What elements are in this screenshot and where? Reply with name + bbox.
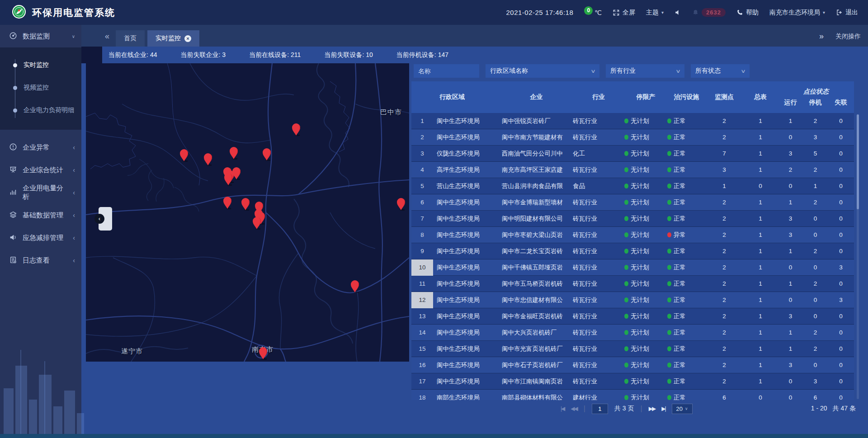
page-size-select[interactable]: 20 ∨ <box>672 404 693 414</box>
table-row[interactable]: 9阆中生态环境局阆中市二龙长宝页岩砖砖瓦行业无计划正常21120 <box>411 243 854 259</box>
cell-industry: 砖瓦行业 <box>571 377 624 386</box>
stat-online-devices: 当前在线设备:211 <box>249 51 301 59</box>
sidebar-item-logs[interactable]: 日志查看 ‹ <box>0 249 81 272</box>
cell-monitor-count: 2 <box>706 362 743 368</box>
cell-industry: 砖瓦行业 <box>571 166 624 174</box>
map-pin[interactable] <box>231 166 242 180</box>
cell-industry: 砖瓦行业 <box>571 345 624 353</box>
close-icon[interactable]: × <box>184 35 191 42</box>
map-pin[interactable] <box>179 148 189 162</box>
close-operations-button[interactable]: 关闭操作 <box>835 33 861 41</box>
table-row[interactable]: 15阆中生态环境局阆中市光富页岩机砖厂砖瓦行业无计划正常21120 <box>411 341 854 357</box>
cell-industry: 食品 <box>571 182 624 190</box>
map-pin[interactable] <box>228 146 239 160</box>
name-filter-input[interactable] <box>414 64 479 78</box>
map-pin[interactable] <box>240 197 251 211</box>
cell-region: 仪陇生态环境局 <box>433 150 501 158</box>
name-input[interactable] <box>418 67 475 75</box>
table-row[interactable]: 3仪陇生态环境局西南油气田分公司川中化工无计划正常71350 <box>411 146 854 162</box>
cell-plan: 无计划 <box>624 166 667 174</box>
sidebar-item-base-data[interactable]: 基础数据管理 ‹ <box>0 204 81 226</box>
sidebar-item-realtime-monitor[interactable]: 实时监控 <box>0 54 81 76</box>
prev-page-icon[interactable]: ◀◀ <box>571 405 577 412</box>
map-pin[interactable] <box>349 279 360 293</box>
table-row[interactable]: 11阆中生态环境局阆中市五马桥页岩机砖砖瓦行业无计划正常21120 <box>411 276 854 292</box>
theme-menu-button[interactable]: 主题 ▾ <box>646 9 664 17</box>
table-row[interactable]: 10阆中生态环境局阆中千佛镇五郎垭页岩砖瓦行业无计划正常21003 <box>411 259 854 276</box>
cell-facility: 正常 <box>667 394 706 400</box>
cell-plan: 无计划 <box>624 198 667 207</box>
sidebar-item-data-monitor[interactable]: 数据监测 ∨ <box>0 25 81 47</box>
sidebar-item-video-monitor[interactable]: 视频监控 <box>0 76 81 99</box>
table-row[interactable]: 6阆中生态环境局阆中市金博瑞新型墙材砖瓦行业无计划正常21120 <box>411 194 854 211</box>
status-filter-select[interactable]: 所有状态 ∨ <box>691 64 750 78</box>
page-number-input[interactable] <box>592 404 608 414</box>
status-dot-green <box>667 297 671 302</box>
table-row[interactable]: 7阆中生态环境局阆中明阳建材有限公司砖瓦行业无计划正常21300 <box>411 211 854 227</box>
fullscreen-button[interactable]: 全屏 <box>613 9 635 17</box>
table-row[interactable]: 13阆中生态环境局阆中市金福旺页岩机砖砖瓦行业无计划正常21300 <box>411 308 854 325</box>
cell-region: 阆中生态环境局 <box>433 215 501 223</box>
cell-stop-count: 0 <box>803 231 828 238</box>
map-collapse-handle[interactable]: ‹ <box>99 207 112 231</box>
top-navbar: 环保用电监管系统 2021-02-25 17:46:18 0 ℃ 全屏 主题 ▾ <box>0 0 868 25</box>
table-row[interactable]: 14阆中生态环境局阆中大兴页岩机砖厂砖瓦行业无计划正常21120 <box>411 325 854 341</box>
org-menu-button[interactable]: 南充市生态环境局 ▾ <box>769 9 825 17</box>
clock: 2021-02-25 17:46:18 <box>506 9 573 16</box>
map-corner-notch <box>81 47 102 63</box>
tab-home[interactable]: 首页 <box>116 30 145 47</box>
sidebar: 数据监测 ∨ 实时监控 视频监控 企业电力负荷明细 <box>0 25 81 438</box>
map-pin[interactable] <box>258 346 269 360</box>
map-pin[interactable] <box>203 152 213 166</box>
map-pin[interactable] <box>291 122 302 136</box>
col-region: 行政区域 <box>433 81 501 113</box>
table-row[interactable]: 12阆中生态环境局阆中市忠信建材有限公砖瓦行业无计划正常21003 <box>411 292 854 308</box>
table-row[interactable]: 18南部生态环境局南部县砌体材料有限公建材行业无计划正常60060 <box>411 390 854 400</box>
cell-plan: 无计划 <box>624 329 667 337</box>
first-page-icon[interactable]: |◀ <box>561 405 564 412</box>
table-row[interactable]: 5营山生态环境局营山县润丰肉食品有限食品无计划正常10010 <box>411 178 854 194</box>
sidebar-item-power-analysis[interactable]: 企业用电量分析 ‹ <box>0 181 81 204</box>
mute-button[interactable] <box>675 9 681 16</box>
last-page-icon[interactable]: ▶| <box>661 405 665 412</box>
cell-lost-count: 0 <box>828 166 854 173</box>
cell-plan: 无计划 <box>624 264 667 272</box>
cell-company: 阆中市石子页岩机砖厂 <box>501 361 571 369</box>
tab-realtime-monitor[interactable]: 实时监控 × <box>147 30 199 47</box>
map-pin[interactable] <box>261 147 272 161</box>
table-row[interactable]: 1阆中生态环境局阆中强锐页岩砖厂砖瓦行业无计划正常21120 <box>411 113 854 129</box>
map-panel[interactable]: 巴中市南充市遂宁市 ‹ <box>86 63 409 362</box>
sidebar-item-enterprise-abnormal[interactable]: 企业异常 ‹ <box>0 136 81 159</box>
next-page-icon[interactable]: ▶▶ <box>649 405 655 412</box>
chevron-collapsed-icon: ‹ <box>73 144 75 151</box>
cell-monitor-count: 2 <box>706 280 743 287</box>
help-button[interactable]: 帮助 <box>736 9 759 17</box>
sidebar-item-power-load-detail[interactable]: 企业电力负荷明细 <box>0 99 81 122</box>
industry-filter-select[interactable]: 所有行业 ∨ <box>606 64 684 78</box>
row-number: 9 <box>411 243 433 259</box>
cell-monitor-count: 3 <box>706 166 743 173</box>
cell-run-count: 0 <box>778 394 803 400</box>
col-monitor: 监测点 <box>706 81 743 113</box>
sidebar-item-enterprise-stats[interactable]: 企业综合统计 ‹ <box>0 159 81 181</box>
map-pin[interactable] <box>222 196 233 209</box>
table-row[interactable]: 8阆中生态环境局阆中市枣碧大梁山页岩砖瓦行业无计划异常21300 <box>411 227 854 243</box>
table-scrollbar[interactable] <box>857 114 859 399</box>
table-row[interactable]: 17阆中生态环境局阆中市江南镇阆南页岩砖瓦行业无计划正常21030 <box>411 373 854 390</box>
table-row[interactable]: 16阆中生态环境局阆中市石子页岩机砖厂砖瓦行业无计划正常21300 <box>411 357 854 373</box>
brand: 环保用电监管系统 <box>0 5 115 21</box>
cell-region: 阆中生态环境局 <box>433 198 501 207</box>
logout-button[interactable]: 退出 <box>836 9 858 17</box>
table-row[interactable]: 2阆中生态环境局阆中市南方节能建材有砖瓦行业无计划正常21030 <box>411 129 854 146</box>
cell-plan: 无计划 <box>624 247 667 255</box>
tabs-scroll-right-icon[interactable]: » <box>819 32 824 41</box>
cell-company: 南充市高坪区王家店建 <box>501 166 571 174</box>
tabs-scroll-left-icon[interactable]: « <box>105 32 109 41</box>
region-filter-select[interactable]: 行政区域名称 ∨ <box>486 64 599 78</box>
notifications-button[interactable]: 2632 <box>692 8 726 17</box>
map-pin[interactable] <box>251 216 262 230</box>
sidebar-item-emergency[interactable]: 应急减排管理 ‹ <box>0 226 81 249</box>
map-pin[interactable] <box>396 197 406 211</box>
table-row[interactable]: 4高坪生态环境局南充市高坪区王家店建砖瓦行业无计划正常31220 <box>411 162 854 178</box>
cell-run-count: 3 <box>778 313 803 320</box>
